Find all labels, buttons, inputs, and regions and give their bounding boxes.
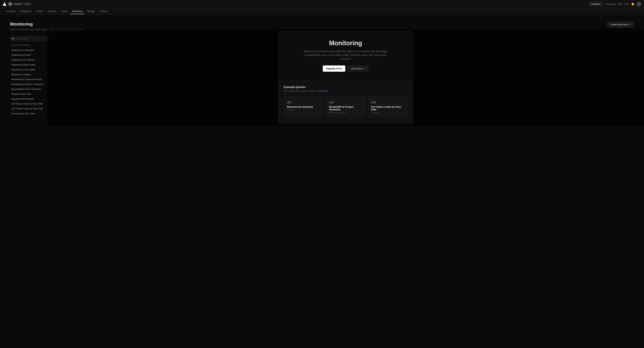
card-title-3: 5XX Status Codes by Host, Path (371, 105, 404, 111)
sidebar-item-requests-project[interactable]: Requests by Project (10, 53, 49, 57)
help-link[interactable]: Help (618, 3, 622, 5)
bar-chart-icon-3 (371, 100, 404, 103)
chevron-icon: ▾ (10, 44, 11, 46)
card-title-2: Bandwidth by Project, Hostname (329, 105, 362, 111)
sidebar-item-requests-bot[interactable]: Requests by Bot/Crawler (10, 62, 49, 67)
example-queries-section: Example Queries Get started with example… (278, 80, 413, 123)
bar-chart-icon-1 (287, 100, 320, 103)
learn-more-button[interactable]: Learn More ↗ (347, 65, 368, 72)
main-layout: 🔍 ▾ EXAMPLE QUERIES Requests by Hostname… (10, 36, 634, 116)
example-card-5xx-status[interactable]: 5XX Status Codes by Host, Path requests (368, 96, 408, 117)
sidebar-item-bandwidth-optimized[interactable]: Bandwidth by Optimized Image (10, 77, 49, 82)
changelog-link[interactable]: Changelog (605, 3, 616, 5)
example-queries-subtitle-text: Get started with example queries. (284, 90, 316, 92)
bell-icon[interactable]: 🔔 (631, 2, 634, 5)
subnav-item-domains[interactable]: Domains (46, 8, 58, 14)
sidebar: 🔍 ▾ EXAMPLE QUERIES Requests by Hostname… (10, 36, 52, 116)
page-title: Monitoring (10, 21, 85, 27)
learn-more-label: Learn More (351, 67, 362, 70)
docs-link[interactable]: Docs (624, 3, 629, 5)
sidebar-item-execution[interactable]: Execution by Host, Path (10, 111, 49, 116)
create-query-label: Create New Query (610, 23, 628, 26)
sidebar-item-bandwidth-path-hostname[interactable]: Bandwidth by Path, Hostname (10, 87, 49, 91)
subnav-item-storage[interactable]: Storage (85, 8, 97, 14)
sidebar-item-requests-useragent[interactable]: Requests by User Agent (10, 67, 49, 72)
subnav-item-monitoring[interactable]: Monitoring (70, 8, 84, 14)
modal-overlay: Monitoring Monitoring is a powerful quer… (47, 29, 644, 126)
sidebar-item-bandwidth-project-hostname[interactable]: Bandwidth by Project, Hostname (10, 82, 49, 86)
subnav-item-activity[interactable]: Activity (34, 8, 45, 14)
example-queries-subtitle: Get started with example queries. Learn … (284, 90, 408, 92)
learn-more-link[interactable]: Learn more → (317, 90, 331, 92)
hero-buttons: Upgrade to Pro Learn More ↗ (285, 65, 406, 72)
sidebar-item-5xx-status[interactable]: 5XX Status Codes by Host, Path (10, 106, 49, 111)
card-title-1: Requests by Hostname (287, 105, 320, 108)
sidebar-section-label: ▾ EXAMPLE QUERIES (10, 44, 49, 46)
topbar-right: Feedback Changelog Help Docs 🔔 (588, 2, 641, 6)
arrow-icon: → (329, 90, 331, 92)
subnav-item-usage[interactable]: Usage (59, 8, 70, 14)
card-subtitle-3: requests (371, 112, 404, 114)
sidebar-list: Requests by Hostname Requests by Project… (10, 48, 49, 116)
search-icon: 🔍 (12, 37, 14, 40)
page-content: Monitoring Query and visualize your Verc… (0, 15, 644, 122)
sidebar-section-title: EXAMPLE QUERIES (12, 44, 30, 46)
external-link-icon: ↗ (363, 67, 365, 70)
user-info: IR Ilango R Hobby ▾ (8, 2, 34, 6)
hero-description: Monitoring is a powerful query editor th… (304, 49, 388, 61)
card-subtitle-2: bandwidth_outgoing (329, 112, 362, 114)
sidebar-item-requests-region[interactable]: Requests by Region (10, 72, 49, 77)
vercel-logo (3, 2, 6, 6)
subnav: Overview Integrations Activity Domains U… (0, 8, 644, 15)
subnav-item-overview[interactable]: Overview (4, 8, 17, 14)
sidebar-item-request-cache-misses[interactable]: Request Cache Misses (10, 97, 49, 101)
learn-more-link-text: Learn more (317, 90, 328, 92)
sidebar-item-request-cache-hits[interactable]: Request Cache Hits (10, 92, 49, 96)
subnav-item-settings[interactable]: Settings (97, 8, 109, 14)
topbar: IR Ilango R Hobby ▾ Feedback Changelog H… (0, 0, 644, 8)
modal-box: Monitoring Monitoring is a powerful quer… (278, 31, 413, 123)
hero-title: Monitoring (285, 39, 406, 47)
sidebar-item-requests-hostname[interactable]: Requests by Hostname (10, 48, 49, 52)
plus-icon: + (629, 23, 631, 26)
profile-avatar[interactable] (636, 2, 641, 6)
card-subtitle-1: requests (287, 109, 320, 111)
example-card-requests-hostname[interactable]: Requests by Hostname requests (284, 96, 323, 117)
feedback-button[interactable]: Feedback (588, 2, 603, 6)
example-queries-title: Example Queries (284, 86, 408, 89)
hero-section: Monitoring Monitoring is a powerful quer… (278, 31, 413, 80)
example-cards: Requests by Hostname requests Band (284, 96, 408, 117)
filter-input-wrap: 🔍 (10, 36, 49, 41)
filter-queries-input[interactable] (10, 36, 49, 41)
sidebar-item-429-status[interactable]: 429 Status Codes by Host, Path (10, 101, 49, 106)
user-avatar: IR (8, 2, 12, 6)
subnav-item-integrations[interactable]: Integrations (18, 8, 33, 14)
chevron-down-icon[interactable]: ▾ (33, 3, 34, 5)
upgrade-to-pro-button[interactable]: Upgrade to Pro (323, 65, 345, 72)
user-name: Ilango R (14, 3, 22, 5)
hobby-badge: Hobby (23, 3, 31, 5)
sidebar-item-requests-ip[interactable]: Requests by IP Address (10, 57, 49, 62)
topbar-left: IR Ilango R Hobby ▾ (3, 2, 34, 6)
create-query-button[interactable]: Create New Query + (607, 21, 634, 27)
bar-chart-icon-2 (329, 100, 362, 103)
example-card-bandwidth-hostname[interactable]: Bandwidth by Project, Hostname bandwidth… (326, 96, 365, 117)
